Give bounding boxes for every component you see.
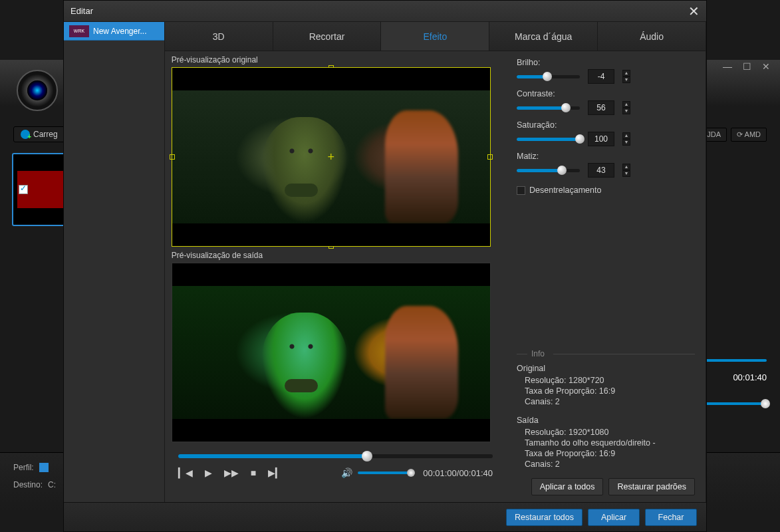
clip-item[interactable]: WRK New Avenger...	[64, 22, 164, 41]
dialog-footer: Restaurar todos Aplicar Fechar	[64, 502, 706, 531]
hue-slider[interactable]	[517, 169, 580, 172]
brightness-slider[interactable]	[517, 75, 580, 78]
next-icon[interactable]: ▶▎	[268, 467, 283, 478]
restore-all-button[interactable]: Restaurar todos	[506, 509, 583, 526]
brightness-value[interactable]: -4	[588, 69, 614, 84]
info-header: Info	[517, 349, 695, 358]
tab-watermark[interactable]: Marca d´água	[489, 22, 598, 51]
profile-icon[interactable]	[39, 463, 49, 472]
info-section: Info Original Resolução: 1280*720 Taxa d…	[517, 349, 695, 495]
dest-label: Destino:	[13, 480, 43, 489]
clip-sidebar: WRK New Avenger...	[64, 22, 165, 502]
time-display: 00:01:00/00:01:40	[423, 468, 493, 478]
main-window-controls: — ☐ ✕	[723, 61, 770, 72]
play-icon[interactable]: ▶	[205, 467, 212, 478]
deinterlace-row[interactable]: Desentrelaçamento	[517, 186, 695, 195]
dialog-titlebar[interactable]: Editar ✕	[64, 1, 706, 22]
crop-handle[interactable]	[487, 154, 493, 160]
hue-control: Matiz: 43 ▲▼	[517, 152, 695, 178]
letterbox	[172, 68, 490, 90]
contrast-control: Contraste: 56 ▲▼	[517, 89, 695, 115]
letterbox	[172, 223, 490, 246]
crop-handle[interactable]	[170, 154, 175, 160]
saturation-label: Saturação:	[517, 120, 695, 130]
playback-bar: ▎◀ ▶ ▶▶ ■ ▶▎ 🔊 00:01:00/00:01:40	[172, 442, 499, 487]
tab-crop[interactable]: Recortar	[273, 22, 382, 51]
contrast-spinner[interactable]: ▲▼	[622, 101, 630, 114]
effects-panel: Brilho: -4 ▲▼ Contraste:	[506, 51, 706, 502]
original-preview[interactable]: +	[172, 67, 491, 247]
clip-thumb-icon: WRK	[69, 25, 89, 37]
contrast-label: Contraste:	[517, 89, 695, 98]
amd-chip[interactable]: ⟳ AMD	[731, 128, 767, 142]
letterbox	[172, 263, 490, 286]
seek-slider[interactable]	[178, 454, 493, 458]
load-icon	[21, 130, 30, 139]
volume-icon[interactable]: 🔊	[341, 467, 352, 478]
thumb-checkbox[interactable]	[19, 185, 28, 194]
maximize-icon[interactable]: ☐	[743, 61, 751, 72]
main-duration: 00:01:40	[733, 372, 767, 382]
brightness-control: Brilho: -4 ▲▼	[517, 58, 695, 84]
contrast-slider[interactable]	[517, 106, 580, 110]
info-orig-res: Resolução: 1280*720	[517, 376, 695, 385]
saturation-control: Saturação: 100 ▲▼	[517, 120, 695, 146]
saturation-slider[interactable]	[517, 138, 580, 141]
brightness-spinner[interactable]: ▲▼	[622, 70, 630, 83]
contrast-value[interactable]: 56	[588, 100, 614, 115]
tab-effect[interactable]: Efeito	[381, 22, 489, 51]
load-file-button[interactable]: Carreg	[13, 126, 65, 142]
info-orig-title: Original	[517, 364, 695, 373]
main-right-chips: JDA ⟳ AMD	[701, 128, 767, 142]
info-orig-ratio: Taxa de Proporção: 16:9	[517, 386, 695, 396]
tab-audio[interactable]: Áudio	[598, 22, 706, 51]
hue-spinner[interactable]: ▲▼	[622, 164, 630, 177]
output-preview	[172, 263, 491, 442]
seek-knob[interactable]	[362, 451, 372, 462]
saturation-value[interactable]: 100	[588, 132, 614, 146]
load-label: Carreg	[33, 130, 58, 139]
effect-tabs: 3D Recortar Efeito Marca d´água Áudio	[165, 22, 706, 51]
info-out-ratio: Taxa de Proporção: 16:9	[517, 449, 695, 458]
out-frame-image	[172, 286, 490, 419]
deinterlace-label: Desentrelaçamento	[529, 186, 601, 195]
profile-label: Perfil:	[13, 463, 34, 472]
dest-value: C:	[48, 480, 56, 489]
seek-fill	[178, 454, 367, 458]
dialog-close-icon[interactable]: ✕	[688, 3, 700, 19]
letterbox	[172, 419, 490, 442]
center-crosshair-icon: +	[325, 150, 338, 164]
dialog-title: Editar	[70, 6, 93, 16]
info-out-eye: Tamanho do olho esquerdo/direito -	[517, 438, 695, 448]
clip-name: New Avenger...	[93, 27, 147, 36]
ffwd-icon[interactable]: ▶▶	[224, 467, 239, 478]
prev-icon[interactable]: ▎◀	[178, 467, 193, 478]
minimize-icon[interactable]: —	[723, 61, 732, 72]
center-column: 3D Recortar Efeito Marca d´água Áudio Pr…	[165, 22, 706, 502]
hue-value[interactable]: 43	[588, 163, 614, 178]
volume-slider[interactable]	[358, 471, 411, 474]
info-out-ch: Canais: 2	[517, 460, 695, 469]
info-out-res: Resolução: 1920*1080	[517, 428, 695, 437]
editor-dialog: Editar ✕ WRK New Avenger... 3D Recortar …	[63, 0, 707, 532]
orig-preview-label: Pré-visualização original	[172, 55, 499, 65]
close-button[interactable]: Fechar	[645, 509, 697, 526]
tab-3d[interactable]: 3D	[165, 22, 273, 51]
info-out-title: Saída	[517, 416, 695, 425]
stop-icon[interactable]: ■	[251, 467, 256, 478]
restore-defaults-button[interactable]: Restaurar padrões	[608, 478, 695, 495]
info-orig-ch: Canais: 2	[517, 397, 695, 406]
close-icon[interactable]: ✕	[762, 61, 770, 72]
deinterlace-checkbox[interactable]	[517, 186, 525, 195]
brightness-label: Brilho:	[517, 58, 695, 67]
out-preview-label: Pré-visualização de saída	[172, 251, 499, 260]
saturation-spinner[interactable]: ▲▼	[622, 132, 630, 146]
hue-label: Matiz:	[517, 152, 695, 161]
apply-button[interactable]: Aplicar	[588, 509, 640, 526]
app-logo-icon	[17, 70, 58, 111]
apply-all-button[interactable]: Aplicar a todos	[531, 478, 604, 495]
